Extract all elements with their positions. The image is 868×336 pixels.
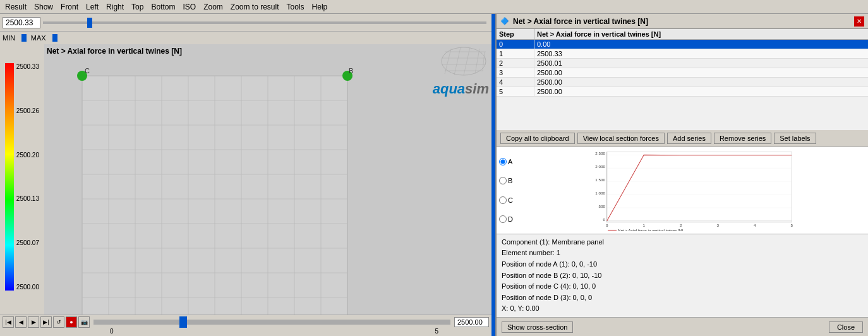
colorbar-tick-1: 2500.26 bbox=[16, 107, 39, 114]
table-row[interactable]: 22500.01 bbox=[497, 59, 868, 68]
view-local-btn[interactable]: View local section forces bbox=[577, 133, 665, 144]
svg-line-6 bbox=[454, 47, 461, 75]
table-row[interactable]: 52500.00 bbox=[497, 87, 868, 97]
svg-point-0 bbox=[442, 47, 486, 75]
info-node-c: Position of node C (4): 0, 10, 0 bbox=[502, 281, 863, 292]
right-panel-title: Net > Axial force in vertical twines [N] bbox=[513, 17, 648, 26]
table-cell-value: 2500.33 bbox=[534, 49, 868, 58]
colorbar-tick-2: 2500.20 bbox=[16, 152, 39, 159]
svg-text:0: 0 bbox=[606, 223, 608, 227]
set-labels-btn[interactable]: Set labels bbox=[774, 133, 816, 144]
tl-prev-btn[interactable]: ◀ bbox=[15, 316, 27, 328]
tl-start-btn[interactable]: |◀ bbox=[3, 316, 14, 328]
min-thumb[interactable] bbox=[21, 34, 27, 42]
slider-thumb[interactable] bbox=[87, 18, 92, 28]
colorbar-tick-0: 2500.33 bbox=[16, 63, 39, 70]
menu-help[interactable]: Help bbox=[308, 1, 332, 13]
table-row[interactable]: 32500.00 bbox=[497, 68, 868, 78]
radio-d-label: D bbox=[508, 215, 513, 223]
menu-top[interactable]: Top bbox=[128, 1, 147, 13]
table-cell-value: 2500.00 bbox=[534, 87, 868, 96]
svg-text:2 000: 2 000 bbox=[595, 164, 605, 169]
aquasim-small-logo: 🔷 bbox=[500, 17, 509, 25]
scene-title: Net > Axial force in vertical twines [N] bbox=[47, 47, 182, 56]
radio-c-label: C bbox=[508, 196, 513, 204]
menu-show[interactable]: Show bbox=[30, 1, 57, 13]
radio-c[interactable]: C bbox=[499, 196, 519, 204]
svg-text:2 500: 2 500 bbox=[595, 151, 605, 155]
radio-b[interactable]: B bbox=[499, 177, 519, 184]
timeline-start-label: 0 bbox=[110, 328, 114, 335]
info-node-d: Position of node D (3): 0, 0, 0 bbox=[502, 292, 863, 304]
window-close-btn[interactable]: ✕ bbox=[854, 16, 864, 27]
svg-line-9 bbox=[483, 52, 485, 71]
chart-area: 2 500 2 000 1 500 1 000 500 0 bbox=[522, 147, 868, 234]
chart-radio-col: A B C D bbox=[497, 147, 522, 234]
timeline-area: |◀ ◀ ▶ ▶| ↺ ● 📷 2500.00 0 5 bbox=[0, 315, 491, 336]
bottom-bar: Show cross-section Close bbox=[497, 317, 868, 336]
table-row[interactable]: 12500.33 bbox=[497, 49, 868, 59]
menu-zoom-result[interactable]: Zoom to result bbox=[227, 1, 283, 13]
action-buttons-row: Copy all to clipboard View local section… bbox=[497, 130, 868, 147]
table-row[interactable]: 42500.00 bbox=[497, 78, 868, 87]
menu-result[interactable]: Result bbox=[1, 1, 30, 13]
slider-value[interactable]: 2500.33 bbox=[3, 17, 40, 28]
table-row[interactable]: 00.00 bbox=[497, 40, 868, 49]
table-cell-step: 2 bbox=[497, 59, 534, 68]
tl-next-btn[interactable]: ▶| bbox=[40, 316, 52, 328]
table-cell-value: 2500.00 bbox=[534, 78, 868, 87]
svg-rect-44 bbox=[607, 152, 792, 222]
net-shape-icon bbox=[426, 45, 489, 83]
info-node-b: Position of node B (2): 0, 10, -10 bbox=[502, 270, 863, 282]
table-col-val-header: Net > Axial force in vertical twines [N] bbox=[534, 29, 868, 39]
tl-loop-btn[interactable]: ↺ bbox=[53, 316, 64, 328]
table-body[interactable]: 00.0012500.3322500.0132500.0042500.00525… bbox=[497, 40, 868, 130]
scene-area[interactable]: Net > Axial force in vertical twines [N] bbox=[44, 44, 491, 315]
menu-tools[interactable]: Tools bbox=[283, 1, 308, 13]
remove-series-btn[interactable]: Remove series bbox=[714, 133, 771, 144]
svg-text:3: 3 bbox=[716, 223, 719, 227]
timeline-thumb[interactable] bbox=[179, 316, 187, 328]
svg-line-5 bbox=[445, 49, 451, 74]
menu-zoom[interactable]: Zoom bbox=[200, 1, 227, 13]
svg-text:1: 1 bbox=[642, 223, 645, 227]
copy-clipboard-btn[interactable]: Copy all to clipboard bbox=[500, 133, 575, 144]
max-thumb[interactable] bbox=[52, 34, 57, 42]
tl-play-btn[interactable]: ▶ bbox=[28, 316, 39, 328]
tl-rec-btn[interactable]: ● bbox=[66, 316, 77, 328]
chart-svg: 2 500 2 000 1 500 1 000 500 0 bbox=[524, 150, 865, 231]
colorbar: 2500.33 2500.26 2500.20 2500.13 2500.07 … bbox=[0, 44, 44, 315]
timeline-value: 2500.00 bbox=[454, 317, 489, 327]
main-area: 2500.33 MIN MAX 2500.33 2500.26 bbox=[0, 14, 868, 336]
data-table: Step Net > Axial force in vertical twine… bbox=[497, 29, 868, 130]
colorbar-gradient bbox=[5, 63, 14, 291]
radio-a-label: A bbox=[508, 158, 512, 165]
info-element: Element number: 1 bbox=[502, 248, 863, 259]
radio-d[interactable]: D bbox=[499, 215, 519, 223]
menu-right[interactable]: Right bbox=[102, 1, 128, 13]
close-btn[interactable]: Close bbox=[829, 321, 863, 333]
svg-text:1 000: 1 000 bbox=[595, 191, 605, 195]
table-cell-value: 2500.01 bbox=[534, 59, 868, 68]
right-panel-header: 🔷 Net > Axial force in vertical twines [… bbox=[497, 14, 868, 29]
table-cell-value: 2500.00 bbox=[534, 68, 868, 77]
svg-text:5: 5 bbox=[790, 223, 793, 227]
menu-bottom[interactable]: Bottom bbox=[147, 1, 179, 13]
info-xy: X: 0, Y: 0.00 bbox=[502, 303, 863, 315]
info-node-a: Position of node A (1): 0, 0, -10 bbox=[502, 259, 863, 270]
slider-area: 2500.33 bbox=[0, 14, 491, 32]
table-cell-step: 4 bbox=[497, 78, 534, 87]
radio-a[interactable]: A bbox=[499, 158, 519, 165]
menu-front[interactable]: Front bbox=[57, 1, 82, 13]
slider-track[interactable] bbox=[43, 21, 486, 24]
show-cross-section-btn[interactable]: Show cross-section bbox=[502, 321, 573, 333]
table-cell-step: 5 bbox=[497, 87, 534, 96]
timeline-end-label: 5 bbox=[435, 328, 438, 335]
menu-left[interactable]: Left bbox=[82, 1, 102, 13]
menu-iso[interactable]: ISO bbox=[179, 1, 200, 13]
svg-text:2: 2 bbox=[680, 223, 682, 227]
add-series-btn[interactable]: Add series bbox=[667, 133, 711, 144]
tl-cam-btn[interactable]: 📷 bbox=[78, 316, 90, 328]
table-cell-step: 3 bbox=[497, 68, 534, 77]
table-col-step-header: Step bbox=[497, 29, 534, 39]
